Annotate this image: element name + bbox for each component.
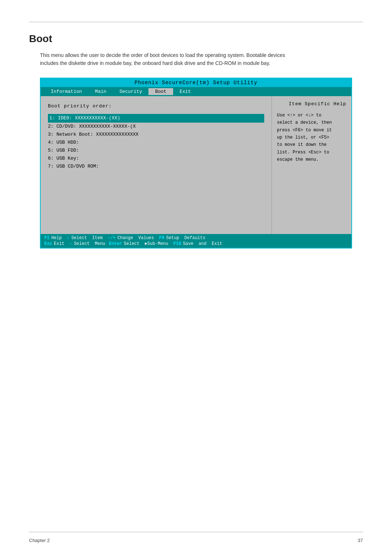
label-save-exit: Save and Exit [183, 241, 222, 246]
key-esc: Esc [44, 241, 52, 246]
bios-nav-bar: Information Main Security Boot Exit [41, 87, 351, 96]
boot-priority-label: Boot priority order: [48, 103, 264, 109]
boot-item-5[interactable]: 5: USB FDD: [48, 147, 264, 155]
bios-help-panel: Item Specific Help Use <↑> or <↓> to sel… [271, 96, 351, 234]
page-title: Boot [29, 33, 363, 45]
bottom-rule [29, 532, 363, 532]
key-arrow: → [69, 241, 72, 246]
label-select-submenu: Select ►Sub-Menu [124, 241, 168, 246]
key-f10: F10 [173, 241, 181, 246]
label-setup-defaults: Setup Defaults [166, 235, 205, 241]
description: This menu allows the user to decide the … [40, 51, 363, 67]
boot-item-1[interactable]: 1: IDE0: XXXXXXXXXXX-(XX) [48, 114, 264, 123]
bios-status-bar: F1 Help ↕ Select Item -/+ Change Values … [41, 234, 351, 248]
nav-information[interactable]: Information [44, 88, 89, 95]
nav-main[interactable]: Main [89, 88, 113, 95]
bios-screen: Phoenix SecureCore(tm) Setup Utility Inf… [40, 78, 352, 249]
label-help: Help [51, 235, 62, 241]
footer: Chapter 2 37 [29, 538, 363, 543]
boot-item-2[interactable]: 2: CD/DVD: XXXXXXXXXXX-XXXXX-(X [48, 123, 264, 131]
nav-security[interactable]: Security [113, 88, 148, 95]
boot-item-6[interactable]: 6: USB Key: [48, 155, 264, 163]
bios-main-panel: Boot priority order: 1: IDE0: XXXXXXXXXX… [41, 96, 271, 234]
nav-exit[interactable]: Exit [173, 88, 197, 95]
boot-item-3[interactable]: 3: Network Boot: XXXXXXXXXXXXXXX [48, 131, 264, 139]
boot-item-7[interactable]: 7: USB CD/DVD ROM: [48, 163, 264, 171]
footer-page: 37 [358, 538, 363, 543]
nav-boot[interactable]: Boot [148, 88, 173, 95]
boot-item-4[interactable]: 4: USB HDD: [48, 139, 264, 147]
key-enter: Enter [109, 241, 122, 246]
key-f1: F1 [44, 235, 49, 241]
help-text: Use <↑> or <↓> to select a device, then … [277, 112, 346, 164]
key-updown: ↕ [67, 235, 69, 241]
bios-title-bar: Phoenix SecureCore(tm) Setup Utility [41, 78, 351, 87]
top-rule [29, 22, 363, 22]
help-title: Item Specific Help [277, 101, 346, 107]
label-change-values: Change Values [117, 235, 154, 241]
key-f9: F9 [159, 235, 164, 241]
label-select-item: Select Item [71, 235, 102, 241]
footer-chapter: Chapter 2 [29, 538, 50, 543]
label-select-menu: Select Menu [74, 241, 105, 246]
boot-list: 1: IDE0: XXXXXXXXXXX-(XX) 2: CD/DVD: XXX… [48, 114, 264, 171]
bios-body: Boot priority order: 1: IDE0: XXXXXXXXXX… [41, 96, 351, 234]
label-exit: Exit [54, 241, 65, 246]
key-plusminus: -/+ [108, 235, 116, 241]
